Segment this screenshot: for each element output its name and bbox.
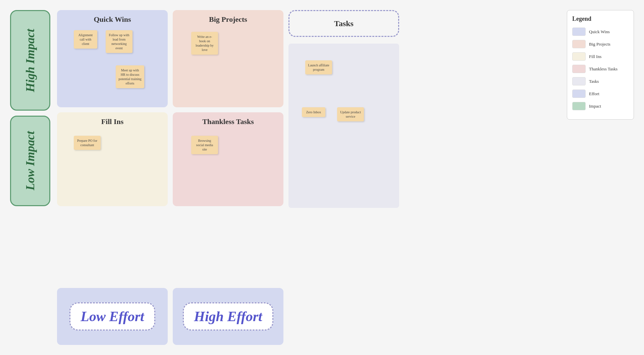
legend-label-quick-wins: Quick Wins <box>589 29 610 35</box>
legend-label-effort: Effort <box>589 91 599 97</box>
thankless-tasks-title: Thankless Tasks <box>173 112 283 129</box>
quick-wins-quadrant: Quick Wins Alignment call with client Fo… <box>57 10 168 107</box>
main-canvas: High Impact Low Impact Quick Wins Alignm… <box>0 0 644 355</box>
low-impact-label: Low Impact <box>10 116 50 206</box>
fill-ins-title: Fill Ins <box>57 112 168 129</box>
sticky-zero-inbox[interactable]: Zero Inbox <box>302 107 325 117</box>
legend-item-quick-wins: Quick Wins <box>572 27 629 36</box>
legend-title: Legend <box>572 15 629 22</box>
legend-label-tasks: Tasks <box>589 79 599 84</box>
high-impact-label: High Impact <box>10 10 50 111</box>
tasks-area: Tasks Launch affiliate program Zero Inbo… <box>288 10 399 206</box>
quick-wins-title: Quick Wins <box>57 10 168 27</box>
legend-item-tasks: Tasks <box>572 77 629 85</box>
sticky-launch-affiliate[interactable]: Launch affiliate program <box>305 60 332 74</box>
legend-color-fill-ins <box>572 52 586 61</box>
low-effort-label: Low Effort <box>69 302 155 331</box>
sticky-browsing[interactable]: Browsing social media site <box>191 136 218 154</box>
high-effort-box: High Effort <box>173 288 283 345</box>
legend-color-effort <box>572 90 586 98</box>
sticky-prepare-po[interactable]: Prepare PO for consultant <box>74 136 101 150</box>
legend-color-impact <box>572 102 586 110</box>
big-projects-quadrant: Big Projects Write an e-book on leadersh… <box>173 10 283 107</box>
effort-section: Low Effort High Effort <box>57 288 283 345</box>
sticky-meet-up[interactable]: Meet up with HR to discuss potential tra… <box>116 65 144 88</box>
tasks-header: Tasks <box>288 10 399 37</box>
legend-label-fill-ins: Fill Ins <box>589 54 601 59</box>
big-projects-title: Big Projects <box>173 10 283 27</box>
legend-color-thankless <box>572 65 586 73</box>
sticky-follow-up[interactable]: Follow up with lead from networking even… <box>106 30 132 53</box>
legend-item-thankless: Thankless Tasks <box>572 65 629 73</box>
sticky-alignment-call[interactable]: Alignment call with client <box>74 30 97 49</box>
legend-label-impact: Impact <box>589 104 601 109</box>
legend-item-fill-ins: Fill Ins <box>572 52 629 61</box>
legend-label-big-projects: Big Projects <box>589 42 610 47</box>
thankless-tasks-quadrant: Thankless Tasks Browsing social media si… <box>173 112 283 206</box>
legend-label-thankless: Thankless Tasks <box>589 66 618 72</box>
legend-item-impact: Impact <box>572 102 629 110</box>
fill-ins-quadrant: Fill Ins Prepare PO for consultant <box>57 112 168 206</box>
legend-color-big-projects <box>572 40 586 48</box>
sticky-update-product[interactable]: Update product service <box>337 107 364 121</box>
legend-item-big-projects: Big Projects <box>572 40 629 48</box>
tasks-body: Launch affiliate program Zero Inbox Upda… <box>288 44 399 208</box>
high-effort-label: High Effort <box>183 302 273 331</box>
legend-color-tasks <box>572 77 586 85</box>
legend-item-effort: Effort <box>572 90 629 98</box>
low-effort-box: Low Effort <box>57 288 168 345</box>
sticky-ebook[interactable]: Write an e-book on leadership by love <box>191 32 218 55</box>
legend-color-quick-wins <box>572 27 586 36</box>
legend-panel: Legend Quick Wins Big Projects Fill Ins … <box>567 10 634 120</box>
